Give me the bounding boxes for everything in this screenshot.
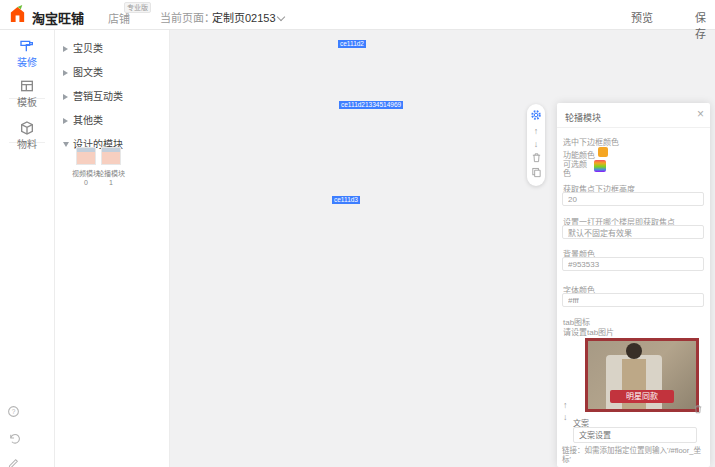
tree-item-products[interactable]: 宝贝类	[63, 40, 103, 55]
copy-module-icon[interactable]	[527, 167, 545, 178]
module-tree-panel: 宝贝类 图文类 营销互动类 其他类 设计的模块 视频模块0 轮播模块1	[55, 30, 170, 467]
app-title: 淘宝旺铺	[32, 8, 84, 27]
module-id-tag: ce111d3	[332, 196, 360, 204]
tree-item-label: 图文类	[73, 67, 103, 78]
expand-arrow-icon	[63, 142, 69, 147]
focus-border-height-input[interactable]	[562, 192, 704, 206]
link-hint-text: 链接：如需添加指定位置则输入'/#floor_坐标'	[562, 446, 705, 464]
tree-item-marketing[interactable]: 营销互动类	[63, 88, 123, 103]
template-icon	[0, 78, 54, 94]
panel-divider	[557, 127, 710, 128]
tree-item-other[interactable]: 其他类	[63, 112, 103, 127]
module-thumbnail[interactable]	[101, 147, 121, 165]
tree-item-label: 其他类	[73, 115, 103, 126]
save-button[interactable]: 保存	[695, 9, 715, 41]
function-color-swatch[interactable]	[598, 147, 608, 157]
tree-item-label: 营销互动类	[73, 91, 123, 102]
collapse-arrow-icon	[63, 94, 68, 100]
edit-icon[interactable]	[7, 457, 20, 467]
background-color-input[interactable]	[562, 257, 704, 271]
photo-shape	[622, 359, 646, 412]
field-label-optional-color: 可选颜色	[563, 160, 593, 178]
module-settings-gear-icon[interactable]	[527, 109, 545, 121]
module-thumb-label: 轮播模块1	[89, 169, 133, 187]
collapse-arrow-icon	[63, 118, 68, 124]
panel-title: 轮播模块	[565, 111, 601, 124]
module-id-tag: ce111d21334514969	[339, 101, 403, 109]
rail-label: 装修	[17, 57, 37, 68]
rail-item-material[interactable]: 物料	[0, 120, 54, 151]
undo-icon[interactable]	[7, 432, 20, 445]
item-move-down-icon[interactable]: ↓	[563, 412, 568, 422]
field-sublabel-set-tab-image: 请设置tab图片	[563, 326, 614, 337]
module-toolbar: ↑ ↓	[527, 104, 545, 186]
page-dropdown-chevron-icon[interactable]	[274, 9, 284, 27]
settings-panel: 轮播模块 × 选中下边框颜色 功能颜色 可选颜色 获取焦点下边框高度 设置一打开…	[557, 103, 710, 467]
copywriting-input[interactable]	[573, 427, 697, 443]
top-header: 淘宝旺铺 店铺 专业版 当前页面： 定制页02153 预览 保存	[0, 0, 715, 30]
collapse-arrow-icon	[63, 70, 68, 76]
rail-label: 物料	[17, 139, 37, 150]
tab-image-preview[interactable]: 明星同款	[585, 338, 699, 412]
rail-item-decorate[interactable]: 装修	[0, 38, 54, 69]
help-icon[interactable]: ?	[7, 405, 20, 418]
close-icon[interactable]: ×	[697, 107, 704, 121]
tree-item-imagetext[interactable]: 图文类	[63, 64, 103, 79]
move-up-icon[interactable]: ↑	[527, 125, 545, 137]
collapse-arrow-icon	[63, 46, 68, 52]
open-floor-focus-input[interactable]	[562, 225, 704, 239]
rail-item-template[interactable]: 模板	[0, 78, 54, 109]
app-window: 淘宝旺铺 店铺 专业版 当前页面： 定制页02153 预览 保存 装修 模板 物…	[0, 0, 715, 467]
box-icon	[0, 120, 54, 136]
module-id-tag: ce111d2	[338, 40, 366, 48]
photo-shape	[626, 343, 642, 359]
version-badge: 专业版	[124, 2, 151, 13]
image-overlay-button: 明星同款	[610, 390, 674, 403]
move-down-icon[interactable]: ↓	[527, 138, 545, 150]
rail-label: 模板	[17, 97, 37, 108]
field-label-selected-border-color: 选中下边框颜色	[563, 136, 619, 147]
current-page-label: 当前页面：	[160, 9, 215, 25]
wangpu-logo-icon	[8, 5, 27, 24]
preview-button[interactable]: 预览	[631, 9, 653, 25]
field-label-function-color: 功能颜色	[563, 149, 595, 160]
svg-text:?: ?	[12, 408, 16, 415]
optional-color-swatch[interactable]	[594, 160, 606, 172]
delete-module-icon[interactable]	[527, 152, 545, 163]
tree-item-label: 宝贝类	[73, 43, 103, 54]
item-delete-icon[interactable]	[693, 404, 703, 414]
left-rail: 装修 模板 物料 ?	[0, 30, 55, 467]
module-thumbnail[interactable]	[76, 147, 96, 165]
hammer-icon	[0, 38, 54, 54]
font-color-input[interactable]	[562, 293, 704, 307]
current-page-value[interactable]: 定制页02153	[212, 9, 276, 25]
item-move-up-icon[interactable]: ↑	[563, 400, 568, 410]
